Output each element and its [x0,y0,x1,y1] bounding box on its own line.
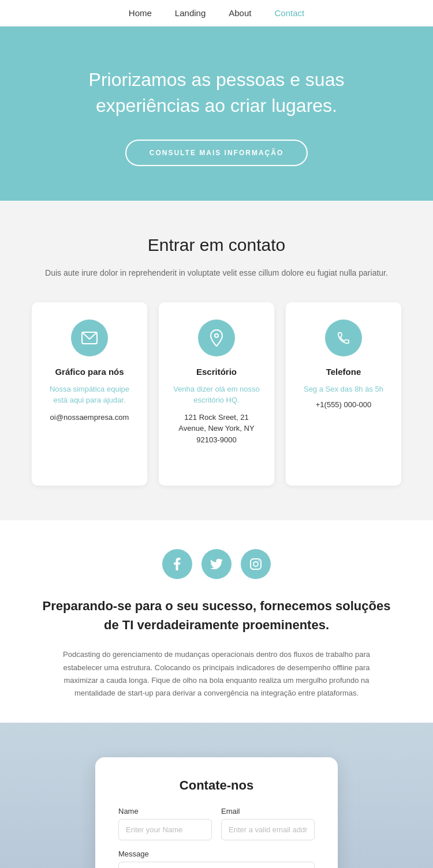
social-heading: Preparando-se para o seu sucesso, fornec… [35,596,398,634]
social-section: Preparando-se para o seu sucesso, fornec… [0,520,433,722]
card-phone-hours: Seg a Sex das 8h às 5h [297,384,390,396]
form-name-email-row: Name Email [118,807,315,840]
card-phone-number: +1(555) 000-000 [297,399,390,411]
card-office-title: Escritório [170,367,263,377]
name-label: Name [118,807,212,816]
form-message-group: Message [118,850,315,868]
card-office: Escritório Venha dizer olá em nosso escr… [159,302,274,486]
form-section: Contate-nos Name Email Message Gallery [0,723,433,868]
email-input[interactable] [221,819,315,840]
email-label: Email [221,807,315,816]
name-input[interactable] [118,819,212,840]
hero-cta-button[interactable]: CONSULTE MAIS INFORMAÇÃO [125,140,308,166]
twitter-icon[interactable] [201,549,232,579]
social-icons-group [35,549,398,579]
card-email-link: Nossa simpática equipe está aqui para aj… [43,384,136,406]
card-email-address: oi@nossaempresa.com [43,412,136,423]
location-icon [198,320,235,356]
form-email-group: Email [221,807,315,840]
svg-point-4 [259,561,260,562]
hero-title: Priorizamos as pessoas e suas experiênci… [46,67,387,119]
card-email: Gráfico para nós Nossa simpática equipe … [32,302,147,486]
message-input[interactable] [118,862,315,868]
nav-landing[interactable]: Landing [175,8,206,18]
svg-point-3 [253,562,258,566]
message-label: Message [118,850,315,858]
phone-icon [325,320,362,356]
email-icon [71,320,108,356]
nav-home[interactable]: Home [129,8,152,18]
card-office-link: Venha dizer olá em nosso escritório HQ. [170,384,263,406]
contact-info-title: Entrar em contato [23,235,410,255]
facebook-icon[interactable] [162,549,192,579]
contact-info-subtitle: Duis aute irure dolor in reprehenderit i… [23,266,410,279]
social-body: Podcasting do gerenciamento de mudanças … [49,648,384,699]
nav-about[interactable]: About [229,8,251,18]
svg-point-1 [215,334,218,337]
card-phone-title: Telefone [297,367,390,377]
card-office-address: 121 Rock Sreet, 21 Avenue, New York, NY … [170,412,263,446]
nav-contact[interactable]: Contact [274,8,304,18]
contact-form-card: Contate-nos Name Email Message Gallery [95,757,338,868]
card-phone: Telefone Seg a Sex das 8h às 5h +1(555) … [286,302,401,486]
contact-info-section: Entrar em contato Duis aute irure dolor … [0,201,433,521]
hero-section: Priorizamos as pessoas e suas experiênci… [0,27,433,201]
contact-cards: Gráfico para nós Nossa simpática equipe … [23,302,410,486]
card-email-title: Gráfico para nós [43,367,136,377]
navbar: Home Landing About Contact [0,0,433,27]
form-title: Contate-nos [118,778,315,793]
svg-rect-2 [251,559,261,569]
form-name-group: Name [118,807,212,840]
instagram-icon[interactable] [241,549,271,579]
